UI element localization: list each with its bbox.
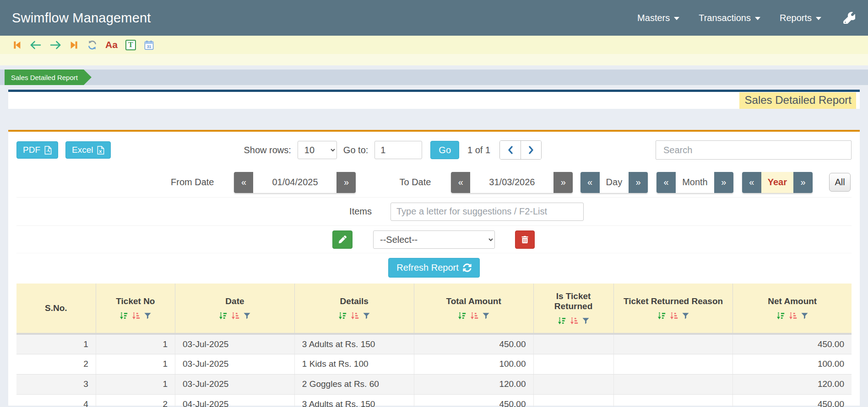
from-date-prev-button[interactable]: «: [234, 172, 253, 193]
settings-wrench-icon[interactable]: [843, 12, 855, 24]
menu-transactions[interactable]: Transactions: [699, 13, 760, 23]
cell-reason: [613, 374, 733, 394]
trash-icon: [521, 236, 528, 243]
day-next-button[interactable]: »: [629, 172, 648, 193]
sort-cluster: [557, 316, 590, 325]
goto-page-input[interactable]: [374, 141, 422, 159]
go-first-icon[interactable]: [12, 40, 22, 50]
chevron-left-icon: [507, 146, 514, 154]
filter-funnel-icon[interactable]: [582, 316, 590, 325]
cell-total: 120.00: [414, 374, 533, 394]
sort-descending-icon[interactable]: [788, 311, 797, 320]
table-row[interactable]: 4 2 04-Jul-2025 3 Adults at Rs. 150 450.…: [16, 394, 852, 407]
table-row[interactable]: 2 1 03-Jul-2025 1 Kids at Rs. 100 100.00…: [16, 354, 852, 374]
filter-funnel-icon[interactable]: [682, 311, 689, 320]
to-date-label: To Date: [399, 177, 431, 187]
sort-cluster: [776, 311, 808, 320]
go-last-icon[interactable]: [70, 40, 79, 50]
delete-button[interactable]: [515, 230, 535, 249]
excel-export-button[interactable]: Excel: [65, 141, 111, 159]
text-box-icon[interactable]: T: [125, 40, 136, 50]
year-stepper: « Year »: [742, 172, 813, 193]
pdf-button-label: PDF: [23, 145, 40, 155]
cell-date: 04-Jul-2025: [175, 394, 295, 407]
sort-descending-icon[interactable]: [131, 311, 141, 320]
item-select[interactable]: --Select--: [373, 230, 495, 249]
chevron-down-icon: [816, 17, 821, 20]
cell-reason: [613, 334, 733, 354]
from-date-value[interactable]: 01/04/2025: [253, 172, 336, 193]
calendar-icon[interactable]: 31: [144, 40, 154, 50]
previous-page-button[interactable]: [500, 141, 521, 159]
report-panel: PDF Excel Show rows: 10 Go to: Go 1 of 1: [8, 130, 860, 406]
to-date-value[interactable]: 31/03/2026: [470, 172, 553, 193]
sort-cluster: [338, 311, 370, 320]
cell-total: 450.00: [414, 394, 533, 407]
go-next-icon[interactable]: [49, 40, 62, 50]
sort-descending-icon[interactable]: [231, 311, 240, 320]
year-button-active[interactable]: Year: [761, 172, 793, 193]
go-button[interactable]: Go: [430, 141, 459, 159]
font-case-icon[interactable]: Aa: [105, 39, 118, 50]
cell-net: 450.00: [733, 334, 852, 354]
page-info: 1 of 1: [467, 145, 490, 155]
to-date-next-button[interactable]: »: [553, 172, 573, 193]
sort-ascending-icon[interactable]: [657, 311, 666, 320]
sort-ascending-icon[interactable]: [119, 311, 128, 320]
table-row[interactable]: 1 1 03-Jul-2025 3 Adults at Rs. 150 450.…: [16, 334, 852, 354]
month-next-button[interactable]: »: [714, 172, 733, 193]
search-input[interactable]: [656, 140, 852, 160]
breadcrumb[interactable]: Sales Detailed Report: [5, 70, 92, 85]
items-suggestion-input[interactable]: [391, 203, 584, 221]
month-prev-button[interactable]: «: [656, 172, 676, 193]
cell-is-returned: [533, 374, 613, 394]
filter-funnel-icon[interactable]: [144, 311, 152, 320]
cell-date: 03-Jul-2025: [175, 374, 295, 394]
cell-reason: [613, 354, 733, 374]
from-date-next-button[interactable]: »: [336, 172, 356, 193]
sort-ascending-icon[interactable]: [457, 311, 467, 320]
month-button[interactable]: Month: [676, 172, 714, 193]
filter-funnel-icon[interactable]: [801, 311, 808, 320]
refresh-icon[interactable]: [87, 40, 98, 50]
sort-descending-icon[interactable]: [350, 311, 359, 320]
day-prev-button[interactable]: «: [580, 172, 600, 193]
table-header-row: S.No. Ticket No Date: [16, 284, 852, 334]
filter-funnel-icon[interactable]: [482, 311, 490, 320]
to-date-prev-button[interactable]: «: [451, 172, 470, 193]
sort-descending-icon[interactable]: [570, 316, 579, 325]
sort-ascending-icon[interactable]: [557, 316, 566, 325]
menu-reports-label: Reports: [780, 13, 812, 23]
edit-button[interactable]: [332, 230, 353, 249]
sort-ascending-icon[interactable]: [776, 311, 785, 320]
table-row[interactable]: 3 1 03-Jul-2025 2 Goggles at Rs. 60 120.…: [16, 374, 852, 394]
cell-sno: 2: [16, 354, 96, 374]
sort-descending-icon[interactable]: [669, 311, 678, 320]
year-next-button[interactable]: »: [793, 172, 813, 193]
sort-descending-icon[interactable]: [470, 311, 479, 320]
menu-masters[interactable]: Masters: [637, 13, 679, 23]
col-date: Date: [175, 284, 295, 334]
col-is-returned-label: Is Ticket Returned: [538, 291, 609, 311]
year-prev-button[interactable]: «: [742, 172, 761, 193]
filter-funnel-icon[interactable]: [243, 311, 251, 320]
col-ticket-no: Ticket No: [96, 284, 175, 334]
show-rows-select[interactable]: 10: [298, 141, 337, 159]
filter-funnel-icon[interactable]: [363, 311, 370, 320]
menu-reports[interactable]: Reports: [780, 13, 821, 23]
day-button[interactable]: Day: [600, 172, 629, 193]
refresh-report-button[interactable]: Refresh Report: [388, 258, 480, 278]
toolbar-substrip: [0, 54, 868, 65]
cell-ticket-no: 1: [96, 354, 175, 374]
pdf-export-button[interactable]: PDF: [16, 141, 58, 159]
sort-ascending-icon[interactable]: [338, 311, 347, 320]
all-button[interactable]: All: [829, 173, 851, 192]
menu-transactions-label: Transactions: [699, 13, 751, 23]
sort-ascending-icon[interactable]: [218, 311, 228, 320]
breadcrumb-bar: Sales Detailed Report: [0, 70, 868, 85]
go-previous-icon[interactable]: [29, 40, 42, 50]
chevron-down-icon: [674, 17, 679, 20]
next-page-button[interactable]: [521, 141, 541, 159]
col-returned-reason-label: Ticket Returned Reason: [624, 296, 723, 306]
sync-icon: [463, 263, 472, 272]
